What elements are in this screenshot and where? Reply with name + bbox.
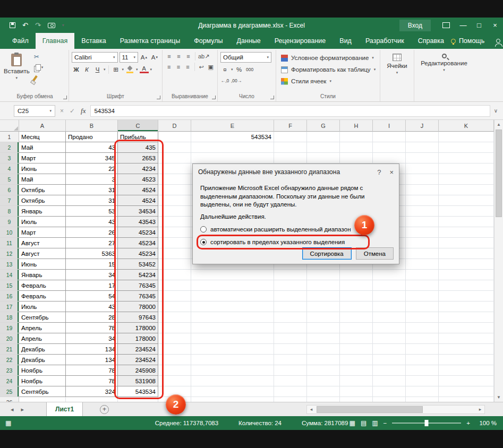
column-header-A[interactable]: A [19,120,66,132]
cell-I15[interactable] [373,280,406,291]
cell-C5[interactable]: 4523 [118,174,158,185]
cell-C4[interactable]: 4234 [118,163,158,174]
select-all-corner[interactable] [0,120,19,132]
cell-C2[interactable]: 435 [118,142,158,153]
cell-styles-button[interactable]: Стили ячеек▾ [279,75,377,87]
cell-G23[interactable] [307,365,340,376]
cell-G25[interactable] [307,386,340,397]
cell-J25[interactable] [406,386,439,397]
ribbon-tab-file[interactable]: Файл [5,33,36,49]
cell-H20[interactable] [340,333,373,344]
cancel-entry-icon[interactable]: × [60,107,64,115]
cell-J16[interactable] [406,291,439,301]
row-header-21[interactable]: 21 [0,344,19,355]
cell-J9[interactable] [406,217,439,227]
align-right-icon[interactable]: ≡ [184,64,192,70]
cell-A1[interactable]: Месяц [19,132,66,142]
cell-B24[interactable]: 78 [66,376,118,386]
cell-D19[interactable] [158,323,191,333]
merge-center-icon[interactable]: ▣ [207,64,215,71]
column-header-H[interactable]: H [340,120,373,132]
cell-K11[interactable] [439,238,494,248]
cell-E22[interactable] [191,355,274,365]
cell-E16[interactable] [191,291,274,301]
cell-D6[interactable] [158,185,191,195]
insert-function-icon[interactable]: fx [81,107,86,115]
cell-A20[interactable]: Апрель [19,333,66,344]
accounting-format-icon[interactable]: ¤ [220,65,229,74]
cut-button[interactable]: ✂ [34,52,44,62]
cell-B13[interactable]: 15 [66,259,118,270]
zoom-slider-thumb[interactable] [425,420,429,426]
cell-I19[interactable] [373,323,406,333]
cell-A12[interactable]: Август [19,248,66,259]
radio-keep-selection[interactable]: сортировать в пределах указанного выделе… [200,237,391,247]
cell-C13[interactable]: 53452 [118,259,158,270]
normal-view-icon[interactable]: ▦ [349,419,355,427]
ribbon-tab-5[interactable]: Данные [230,33,268,49]
clipboard-dialog-launcher-icon[interactable] [63,96,67,99]
cell-C12[interactable]: 45234 [118,248,158,259]
cell-G15[interactable] [307,280,340,291]
cell-B7[interactable]: 31 [66,195,118,206]
format-painter-button[interactable] [34,73,44,83]
row-header-12[interactable]: 12 [0,248,19,259]
cell-D7[interactable] [158,195,191,206]
share-button[interactable]: Поделиться [496,37,503,45]
cell-A14[interactable]: Январь [19,270,66,280]
cell-E14[interactable] [191,270,274,280]
cell-C11[interactable]: 45234 [118,238,158,248]
underline-button[interactable]: Ч [93,65,102,74]
row-header-4[interactable]: 4 [0,163,19,174]
cell-D1[interactable] [158,132,191,142]
cell-H16[interactable] [340,291,373,301]
cell-E17[interactable] [191,301,274,312]
row-header-7[interactable]: 7 [0,195,19,206]
cell-H26[interactable] [340,397,373,402]
cell-D4[interactable] [158,163,191,174]
cell-J12[interactable] [406,248,439,259]
row-header-19[interactable]: 19 [0,323,19,333]
scroll-left-icon[interactable]: ◂ [307,407,316,412]
cell-F17[interactable] [274,301,307,312]
column-header-I[interactable]: I [373,120,406,132]
save-icon[interactable] [10,22,15,28]
cell-F2[interactable] [274,142,307,153]
sign-in-button[interactable]: Вход [399,20,431,31]
cell-A5[interactable]: Май [19,174,66,185]
italic-button[interactable]: К [82,65,91,74]
cell-B9[interactable]: 43 [66,217,118,227]
cell-B16[interactable]: 54 [66,291,118,301]
cell-A25[interactable]: Сентябрь [19,386,66,397]
column-header-F[interactable]: F [274,120,307,132]
cell-K14[interactable] [439,270,494,280]
column-header-E[interactable]: E [191,120,274,132]
cell-E3[interactable] [191,153,274,163]
cell-J6[interactable] [406,185,439,195]
cell-J22[interactable] [406,355,439,365]
cell-D11[interactable] [158,238,191,248]
cell-K22[interactable] [439,355,494,365]
cell-C18[interactable]: 97643 [118,312,158,323]
alignment-dialog-launcher-icon[interactable] [212,96,216,99]
cell-K1[interactable] [439,132,494,142]
cell-K23[interactable] [439,365,494,376]
cell-C20[interactable]: 178000 [118,333,158,344]
cell-B8[interactable]: 53 [66,206,118,217]
cell-E26[interactable] [191,397,274,402]
number-format-combobox[interactable]: Общий▾ [220,52,271,63]
cell-G19[interactable] [307,323,340,333]
cell-G2[interactable] [307,142,340,153]
cell-F1[interactable] [274,132,307,142]
redo-icon[interactable]: ↷ [35,21,41,29]
cell-K26[interactable] [439,397,494,402]
cell-H3[interactable] [340,153,373,163]
scroll-right-icon[interactable]: ▸ [476,407,484,412]
cell-B20[interactable]: 34 [66,333,118,344]
cell-F3[interactable] [274,153,307,163]
cell-G26[interactable] [307,397,340,402]
cell-J19[interactable] [406,323,439,333]
cell-D24[interactable] [158,376,191,386]
cell-I3[interactable] [373,153,406,163]
cell-C14[interactable]: 54234 [118,270,158,280]
